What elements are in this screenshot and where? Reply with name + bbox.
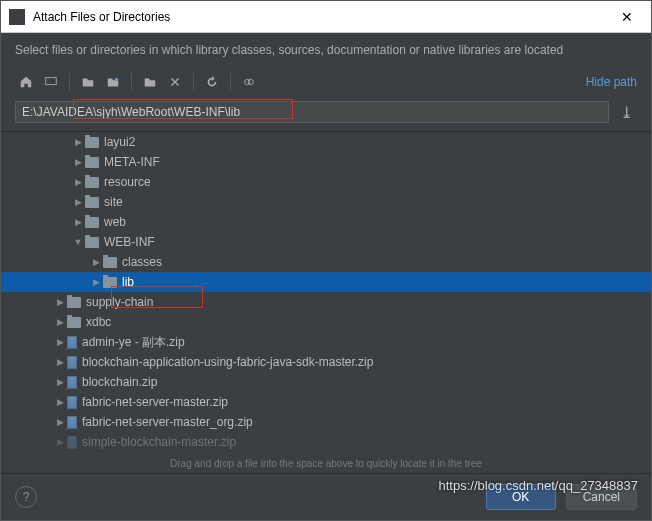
folder-icon [103,257,117,268]
drag-hint: Drag and drop a file into the space abov… [1,454,651,473]
archive-icon [67,356,77,369]
toolbar-separator [193,73,194,91]
archive-icon [67,436,77,449]
tree-item-label: fabric-net-server-master_org.zip [82,415,253,429]
tree-item-web[interactable]: ▶web [1,212,651,232]
tree-item-label: blockchain-application-using-fabric-java… [82,355,373,369]
tree-item-site[interactable]: ▶site [1,192,651,212]
hide-path-link[interactable]: Hide path [586,75,637,89]
folder-action-icon[interactable] [139,71,161,93]
tree-item-layui2[interactable]: ▶layui2 [1,132,651,152]
expand-arrow-icon[interactable]: ▶ [73,137,83,147]
expand-arrow-icon[interactable]: ▶ [55,337,65,347]
expand-arrow-icon[interactable]: ▶ [55,297,65,307]
tree-item-meta-inf[interactable]: ▶META-INF [1,152,651,172]
tree-item-blockchain-zip[interactable]: ▶blockchain.zip [1,372,651,392]
tree-item-supply-chain[interactable]: ▶supply-chain [1,292,651,312]
app-icon [9,9,25,25]
attach-files-dialog: Attach Files or Directories ✕ Select fil… [0,0,652,521]
folder-icon [67,317,81,328]
tree-item-lib[interactable]: ▶lib [1,272,651,292]
tree-item-fabric-net-server-master-org-zip[interactable]: ▶fabric-net-server-master_org.zip [1,412,651,432]
tree-item-label: web [104,215,126,229]
folder-icon [85,197,99,208]
tree-item-web-inf[interactable]: ▼WEB-INF [1,232,651,252]
expand-arrow-icon[interactable]: ▶ [55,317,65,327]
archive-icon [67,336,77,349]
path-input[interactable] [15,101,609,123]
tree-item-xdbc[interactable]: ▶xdbc [1,312,651,332]
show-hidden-icon[interactable] [238,71,260,93]
expand-arrow-icon[interactable]: ▶ [55,377,65,387]
window-title: Attach Files or Directories [33,10,611,24]
tree-item-label: resource [104,175,151,189]
folder-icon [85,157,99,168]
expand-arrow-icon[interactable]: ▶ [55,437,65,447]
tree-item-label: fabric-net-server-master.zip [82,395,228,409]
tree-item-label: layui2 [104,135,135,149]
toolbar-separator [230,73,231,91]
file-tree[interactable]: ▶layui2▶META-INF▶resource▶site▶web▼WEB-I… [1,131,651,454]
tree-item-label: supply-chain [86,295,153,309]
archive-icon [67,376,77,389]
tree-item-label: xdbc [86,315,111,329]
help-button[interactable]: ? [15,486,37,508]
new-folder-ex-icon[interactable] [102,71,124,93]
tree-item-classes[interactable]: ▶classes [1,252,651,272]
tree-item-label: blockchain.zip [82,375,157,389]
expand-arrow-icon[interactable]: ▶ [91,257,101,267]
folder-icon [85,237,99,248]
tree-item-simple-blockchain-master-zip[interactable]: ▶simple-blockchain-master.zip [1,432,651,452]
tree-item-label: simple-blockchain-master.zip [82,435,236,449]
tree-item-admin-ye-zip[interactable]: ▶admin-ye - 副本.zip [1,332,651,352]
tree-item-label: lib [122,275,134,289]
expand-arrow-icon[interactable]: ▶ [73,157,83,167]
tree-item-label: classes [122,255,162,269]
svg-rect-0 [46,78,57,85]
expand-arrow-icon[interactable]: ▶ [73,177,83,187]
expand-arrow-icon[interactable]: ▶ [55,397,65,407]
svg-point-3 [248,79,253,84]
cancel-button[interactable]: Cancel [566,484,637,510]
archive-icon [67,396,77,409]
tree-item-label: admin-ye - 副本.zip [82,334,185,351]
expand-arrow-icon[interactable]: ▼ [73,237,83,247]
desktop-icon[interactable] [40,71,62,93]
toolbar-separator [131,73,132,91]
expand-arrow-icon[interactable]: ▶ [55,417,65,427]
folder-icon [67,297,81,308]
tree-item-label: META-INF [104,155,160,169]
svg-point-1 [115,78,119,82]
refresh-icon[interactable] [201,71,223,93]
new-folder-icon[interactable] [77,71,99,93]
folder-icon [85,137,99,148]
delete-icon[interactable] [164,71,186,93]
dialog-subtitle: Select files or directories in which lib… [1,33,651,67]
expand-arrow-icon[interactable]: ▶ [91,277,101,287]
path-row: ⤓ [1,97,651,131]
folder-icon [85,217,99,228]
close-icon[interactable]: ✕ [611,9,643,25]
toolbar-separator [69,73,70,91]
ok-button[interactable]: OK [486,484,556,510]
folder-icon [103,277,117,288]
tree-item-label: site [104,195,123,209]
home-icon[interactable] [15,71,37,93]
tree-item-fabric-net-server-master-zip[interactable]: ▶fabric-net-server-master.zip [1,392,651,412]
footer: ? OK Cancel [1,473,651,520]
expand-arrow-icon[interactable]: ▶ [73,197,83,207]
expand-arrow-icon[interactable]: ▶ [55,357,65,367]
tree-item-resource[interactable]: ▶resource [1,172,651,192]
save-path-icon[interactable]: ⤓ [615,101,637,123]
folder-icon [85,177,99,188]
tree-item-blockchain-application-using-fabric-java-sdk-master-zip[interactable]: ▶blockchain-application-using-fabric-jav… [1,352,651,372]
expand-arrow-icon[interactable]: ▶ [73,217,83,227]
tree-item-label: WEB-INF [104,235,155,249]
toolbar: Hide path [1,67,651,97]
archive-icon [67,416,77,429]
titlebar: Attach Files or Directories ✕ [1,1,651,33]
